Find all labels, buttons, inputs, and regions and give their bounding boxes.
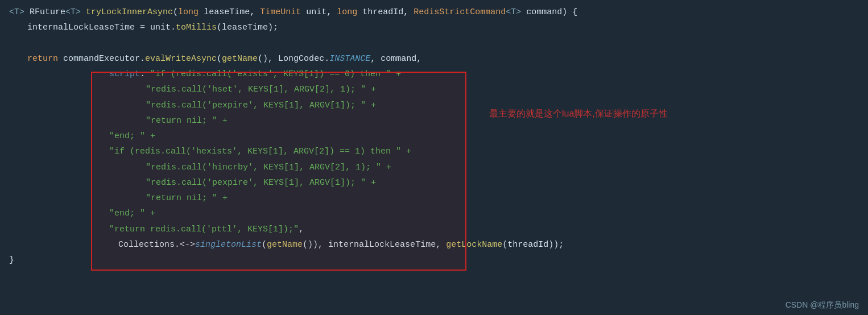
code-token: "return redis.call('pttl', KEYS[1]);": [109, 223, 299, 236]
code-token: TimeUnit: [260, 6, 306, 19]
code-token: threadId,: [362, 6, 414, 19]
code-line-10: "redis.call('hincrby', KEYS[1], ARGV[2],…: [0, 160, 868, 175]
code-token: [81, 6, 86, 19]
code-line-7: "return nil; " +: [0, 113, 868, 129]
code-token: }: [9, 254, 14, 267]
code-line-15: Collections.<->singletonList(getName()),…: [0, 237, 868, 252]
code-token: long: [178, 6, 204, 19]
code-line-empty: [0, 36, 868, 51]
code-token: toMillis: [176, 21, 217, 34]
code-token: long: [337, 6, 362, 19]
code-container: <T> RFuture<T> tryLockInnerAsync(long le…: [0, 0, 868, 315]
code-token: <T>: [506, 6, 521, 19]
code-line-5: "redis.call('hset', KEYS[1], ARGV[2], 1)…: [0, 82, 868, 97]
code-token: getLockName: [446, 238, 502, 251]
code-token: "redis.call('pexpire', KEYS[1], ARGV[1])…: [146, 176, 376, 189]
code-token: , command,: [370, 52, 421, 65]
code-line-3: return commandExecutor.evalWriteAsync(ge…: [0, 51, 868, 67]
code-line-2: internalLockLeaseTime = unit.toMillis(le…: [0, 20, 868, 35]
watermark: CSDN @程序员bling: [786, 300, 859, 310]
code-token: commandExecutor.: [63, 52, 145, 65]
code-token: :: [140, 68, 150, 81]
code-token: getName: [222, 52, 258, 65]
code-token: <T>: [9, 6, 30, 19]
code-token: <T>: [65, 6, 81, 19]
code-token: "if (redis.call('hexists', KEYS[1], ARGV…: [109, 145, 411, 158]
code-line-12: "return nil; " +: [0, 190, 868, 206]
code-token: unit,: [306, 6, 337, 19]
code-line-4: script: "if (redis.call('exists', KEYS[1…: [0, 67, 868, 82]
code-line-16: }: [0, 252, 868, 268]
code-token: ,: [299, 223, 304, 236]
code-token: "return nil; " +: [146, 114, 228, 127]
code-token: "redis.call('hset', KEYS[1], ARGV[2], 1)…: [146, 83, 376, 96]
code-token: (: [262, 238, 267, 251]
code-token: ()), internalLockLeaseTime,: [303, 238, 446, 251]
code-token: (: [217, 52, 222, 65]
code-token: (threadId));: [502, 238, 564, 251]
code-token: return: [27, 52, 63, 65]
code-token: getName: [267, 238, 303, 251]
code-token: "return nil; " +: [146, 192, 228, 205]
code-token: INSTANCE: [329, 52, 370, 65]
code-token: (), LongCodec.: [258, 52, 329, 65]
code-token: (leaseTime);: [217, 21, 278, 34]
annotation-text: 最主要的就是这个lua脚本,保证操作的原子性: [489, 108, 668, 120]
code-line-11: "redis.call('pexpire', KEYS[1], ARGV[1])…: [0, 175, 868, 190]
code-token: "end; " +: [109, 207, 155, 220]
code-token: (: [173, 6, 178, 19]
code-token: Collections.<->: [118, 238, 195, 251]
code-token: "redis.call('pexpire', KEYS[1], ARGV[1])…: [146, 99, 376, 112]
code-token: leaseTime,: [204, 6, 260, 19]
code-token: singletonList: [195, 238, 262, 251]
code-token: tryLockInnerAsync: [86, 6, 173, 19]
code-line-8: "end; " +: [0, 129, 868, 144]
code-token: RedisStrictCommand: [414, 6, 506, 19]
code-token: RFuture: [30, 6, 65, 19]
code-token: command) {: [521, 6, 577, 19]
code-token: "redis.call('hincrby', KEYS[1], ARGV[2],…: [146, 161, 391, 174]
code-line-13: "end; " +: [0, 206, 868, 221]
code-line-14: "return redis.call('pttl', KEYS[1]);",: [0, 222, 868, 237]
code-token: evalWriteAsync: [145, 52, 217, 65]
code-token: internalLockLeaseTime = unit.: [27, 21, 176, 34]
code-token: script: [109, 68, 140, 81]
code-line-6: "redis.call('pexpire', KEYS[1], ARGV[1])…: [0, 98, 868, 113]
code-token: "end; " +: [109, 130, 155, 143]
code-line-9: "if (redis.call('hexists', KEYS[1], ARGV…: [0, 144, 868, 159]
code-token: "if (redis.call('exists', KEYS[1]) == 0)…: [150, 68, 401, 81]
code-line-1: <T> RFuture<T> tryLockInnerAsync(long le…: [0, 5, 868, 20]
